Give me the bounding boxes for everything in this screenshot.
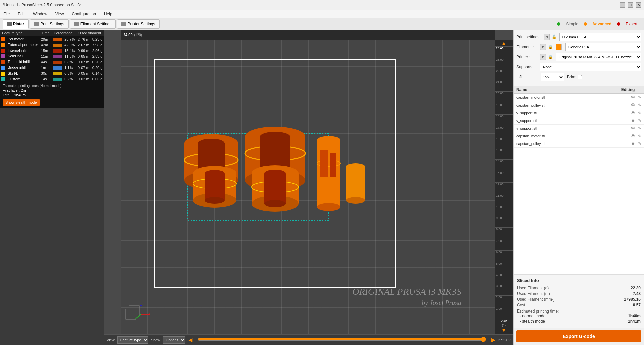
maximize-button[interactable]: □ [628,2,633,8]
menu-window[interactable]: Window [31,11,49,17]
mode-advanced-button[interactable]: Advanced [588,20,615,28]
svg-rect-28 [264,174,286,204]
svg-point-29 [264,200,286,207]
used-filament-m-value: 7.48 [633,291,641,296]
svg-rect-14 [205,174,225,200]
top-ruler-value: 24.00 [123,33,133,37]
visibility-icon[interactable]: 👁 [631,133,635,139]
used-filament-mm3-value: 17985.16 [624,297,641,302]
edit-icon[interactable]: ✎ [638,141,641,146]
stats-table: Feature type Time Percentage Used filame… [0,30,104,82]
table-row: External perimeter 42m 42.0% 2.67 m 7.98… [0,42,104,48]
show-options-select[interactable]: Options [163,336,185,344]
layer-slider-container[interactable] [198,337,486,343]
print-settings-icon[interactable]: ⚙ [544,34,550,40]
show-stealth-mode-button[interactable]: Show stealth mode [3,99,40,106]
plater-icon [7,22,12,26]
brim-check: Brim: [567,75,582,79]
list-item: capstan_motor.stl 👁 ✎ [514,132,644,140]
stealth-mode-label: - stealth mode [520,319,545,324]
printer-settings-icon[interactable]: ⚙ [540,54,546,60]
feature-color-swatch [1,49,5,53]
estimated-times-label: Estimated printing times [Normal mode]: [3,84,101,88]
printer-lock-icon: 🔒 [548,55,553,59]
print-settings-select[interactable]: 0.20mm DETAIL [559,33,641,41]
normal-mode-row: - normal mode 1h40m [517,314,641,318]
tab-plater[interactable]: Plater [3,19,29,29]
visibility-icon[interactable]: 👁 [631,126,635,131]
slider-left-arrow[interactable]: ◀ [188,337,192,343]
feature-used-cell: 0.07 m 0.20 g [76,59,104,65]
minimize-button[interactable]: — [620,2,625,8]
edit-icon[interactable]: ✎ [638,118,641,123]
tab-filament-settings[interactable]: Filament Settings [70,19,116,29]
filament-color-swatch[interactable] [556,44,562,50]
prusa-watermark: ORIGINAL PRUSA i3 MK3S by Josef Prusa [352,285,461,307]
table-row: Solid infill 11m 11.3% 0.85 m 2.53 g [0,53,104,59]
feature-color-swatch [1,66,5,70]
menu-view[interactable]: View [53,11,66,17]
expert-dot [617,22,620,26]
viewport[interactable]: 24.00 (120) 24.00 23.00 22.00 21.00 20.0… [104,30,513,345]
top-ruler-sub: (120) [134,33,142,37]
layer-slider[interactable] [198,337,486,342]
edit-icon[interactable]: ✎ [638,126,641,131]
menu-configuration[interactable]: Configuration [70,11,98,17]
infill-select[interactable]: 15% [541,73,564,81]
printer-select[interactable]: Original Prusa i3 MK3S & MK3S+ 0.6 nozzl… [556,53,641,61]
coordinate-display: 272262 [498,338,511,342]
brim-checkbox[interactable] [578,75,582,79]
object-actions: 👁 ✎ [631,133,641,139]
axes-indicator [124,294,148,318]
tab-print-settings[interactable]: Print Settings [30,19,68,29]
filament-select[interactable]: Generic PLA [565,43,641,51]
svg-rect-38 [330,153,336,177]
menu-edit[interactable]: Edit [16,11,27,17]
view-type-select[interactable]: Feature type [117,336,148,344]
close-button[interactable]: ✕ [636,2,641,8]
col-time: Time [40,30,52,36]
feature-color-swatch [1,77,5,81]
edit-icon[interactable]: ✎ [638,95,641,100]
object-name: v_support.stl [516,126,631,130]
visibility-icon[interactable]: 👁 [631,102,635,108]
sliced-info-panel: Sliced Info Used Filament (g) 22.30 Used… [514,274,644,328]
mode-simple-button[interactable]: Simple [562,20,582,28]
brim-label: Brim: [567,75,576,79]
feature-time-cell: 14s [40,76,52,82]
used-filament-mm3-label: Used Filament (mm³) [517,297,555,302]
print-settings-row: Print settings : ⚙ 🔒 0.20mm DETAIL [516,33,641,41]
objects-editing-header: Editing [614,87,641,92]
export-gcode-button[interactable]: Export G-code [516,330,641,342]
feature-pct-cell: 15.4% [52,48,76,53]
tab-printer-settings[interactable]: Printer Settings [117,19,159,29]
supports-label: Supports: [516,65,538,69]
mode-expert-button[interactable]: Expert [622,20,641,28]
menu-help[interactable]: Help [102,11,114,17]
svg-rect-37 [320,150,328,177]
print-times-panel: Estimated printing times [Normal mode]: … [0,82,104,108]
visibility-icon[interactable]: 👁 [631,141,635,146]
visibility-icon[interactable]: 👁 [631,110,635,116]
feature-used-cell: 0.02 m 0.06 g [76,76,104,82]
normal-mode-label: - normal mode [520,314,545,318]
z-top-arrow[interactable]: ▲ [501,40,507,46]
list-item: v_support.stl 👁 ✎ [514,117,644,125]
edit-icon[interactable]: ✎ [638,103,641,108]
edit-icon[interactable]: ✎ [638,111,641,115]
menu-file[interactable]: File [1,11,12,17]
slider-right-arrow[interactable]: ▶ [491,337,495,343]
table-row: Custom 14s 0.2% 0.02 m 0.06 g [0,76,104,82]
z-bottom-arrow[interactable]: ▼ [502,328,506,333]
svg-rect-35 [346,167,365,200]
supports-select[interactable]: None [540,63,641,71]
table-row: Skirt/Brim 30s 0.5% 0.05 m 0.14 g [0,71,104,76]
scene[interactable]: ORIGINAL PRUSA i3 MK3S by Josef Prusa [121,40,495,334]
filament-settings-icon[interactable]: ⚙ [540,44,546,50]
feature-time-cell: 29m [40,36,52,42]
stealth-mode-value: 1h41m [628,319,641,324]
visibility-icon[interactable]: 👁 [631,118,635,123]
window-controls[interactable]: — □ ✕ [620,2,641,8]
visibility-icon[interactable]: 👁 [631,95,635,100]
edit-icon[interactable]: ✎ [638,134,641,138]
